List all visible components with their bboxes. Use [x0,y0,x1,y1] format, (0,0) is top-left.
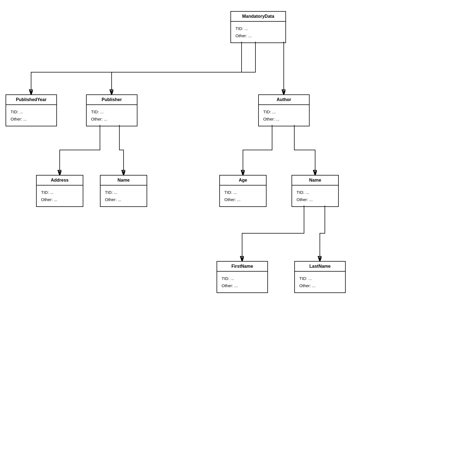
connectors-svg [0,0,462,476]
publisher-name-box: Name TID: ...Other: ... [100,175,147,207]
author-title: Author [259,95,309,105]
author-box: Author TID: ...Other: ... [258,94,310,126]
address-title: Address [37,176,83,186]
lastname-box: LastName TID: ...Other: ... [294,261,346,293]
author-name-box: Name TID: ...Other: ... [292,175,339,207]
author-name-body: TID: ...Other: ... [292,186,338,206]
mandatory-data-body: TID: ...Other: ... [231,22,285,42]
lastname-body: TID: ...Other: ... [295,272,345,292]
published-year-body: TID: ...Other: ... [6,105,56,126]
lastname-title: LastName [295,262,345,272]
address-box: Address TID: ...Other: ... [36,175,83,207]
firstname-box: FirstName TID: ...Other: ... [217,261,268,293]
mandatory-data-box: MandatoryData TID: ...Other: ... [230,11,286,43]
address-body: TID: ...Other: ... [37,186,83,206]
age-box: Age TID: ...Other: ... [219,175,267,207]
published-year-box: PublishedYear TID: ...Other: ... [6,94,57,126]
publisher-body: TID: ...Other: ... [87,105,137,126]
diagram-container: MandatoryData TID: ...Other: ... Publish… [0,0,462,476]
publisher-name-body: TID: ...Other: ... [101,186,147,206]
author-body: TID: ...Other: ... [259,105,309,126]
mandatory-data-title: MandatoryData [231,12,285,22]
age-body: TID: ...Other: ... [220,186,266,206]
author-name-title: Name [292,176,338,186]
firstname-body: TID: ...Other: ... [217,272,267,292]
firstname-title: FirstName [217,262,267,272]
publisher-title: Publisher [87,95,137,105]
publisher-name-title: Name [101,176,147,186]
published-year-title: PublishedYear [6,95,56,105]
age-title: Age [220,176,266,186]
publisher-box: Publisher TID: ...Other: ... [86,94,137,126]
